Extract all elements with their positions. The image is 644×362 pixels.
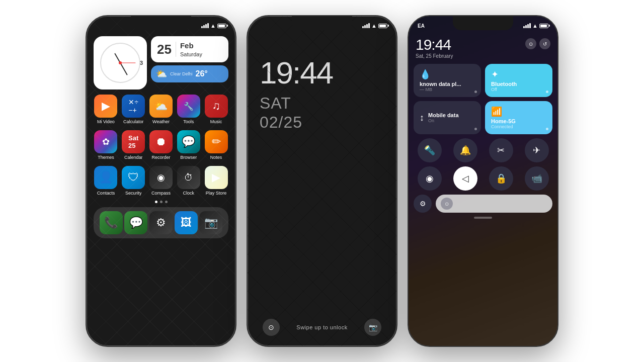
bluetooth-tile-dot (546, 90, 548, 93)
phone-2: ▲ 19:44 SAT 02/25 ⊙ Swipe up to unlock 📷 (247, 15, 397, 347)
cc-timer-icon[interactable]: ⊙ (525, 38, 536, 49)
signal-bars (201, 23, 209, 28)
cc-brightness-slider[interactable]: ⊙ (436, 195, 552, 213)
cc-icon-row-2: ◉ ◁ 🔒 📹 (414, 166, 552, 191)
data-tile-title: known data pl... (420, 81, 475, 87)
cc-refresh-icon[interactable]: ↺ (539, 38, 550, 49)
ea-label: EA (418, 23, 425, 29)
cc-flashlight-btn[interactable]: 🔦 (418, 138, 442, 162)
cc-data-tile[interactable]: 💧 known data pl... — MB (414, 64, 481, 97)
cc-icon-row-1: 🔦 🔔 ✂ ✈ (414, 138, 552, 162)
cc-tiles-row1: 💧 known data pl... — MB ✦ Bluetooth Off (414, 64, 552, 97)
cc-search-icon: ⊙ (441, 198, 453, 210)
bluetooth-tile-icon: ✦ (491, 69, 546, 80)
battery-icon (217, 24, 226, 28)
status-icons-3: ▲ (523, 23, 548, 29)
status-bar-1: ▲ (87, 16, 235, 32)
mobile-tile-title: Mobile data (428, 112, 459, 118)
cc-time: 19:44 (416, 36, 453, 53)
cc-wifi-tile[interactable]: 📶 Home-5G Connected (485, 101, 552, 134)
battery-icon-3 (539, 24, 548, 28)
swipe-text: Swipe up to unlock (296, 324, 347, 330)
cc-tiles-row2: ↕ Mobile data On 📶 Home-5G Connected (414, 101, 552, 134)
wifi-tile-sub: Connected (491, 124, 546, 129)
cc-header: 19:44 Sat, 25 February ⊙ ↺ (414, 32, 552, 60)
bluetooth-tile-title: Bluetooth (491, 81, 546, 87)
status-icons-2: ▲ (362, 23, 387, 29)
bluetooth-tile-sub: Off (491, 87, 546, 92)
clock-face (100, 43, 140, 83)
clock-number: 3 (140, 60, 143, 66)
cc-location-btn[interactable]: ◁ (453, 166, 477, 191)
signal-bars-2 (362, 23, 370, 28)
wifi-tile-dot (546, 128, 548, 130)
control-center-content: 19:44 Sat, 25 February ⊙ ↺ 💧 know (409, 32, 557, 219)
wifi-tile-icon: 📶 (491, 106, 546, 117)
phone-1-screen: ▲ 3 25 Fe (87, 16, 235, 346)
mobile-tile-icon: ↕ (420, 113, 424, 123)
wifi-icon: ▲ (210, 23, 216, 29)
clock-minute-hand (120, 63, 128, 75)
cc-bluetooth-tile[interactable]: ✦ Bluetooth Off (485, 64, 552, 97)
cc-slider-row: ⚙ ⊙ (414, 195, 552, 213)
wifi-icon-3: ▲ (532, 23, 538, 29)
cc-mobile-tile[interactable]: ↕ Mobile data On (414, 101, 481, 134)
phone-2-screen: ▲ 19:44 SAT 02/25 ⊙ Swipe up to unlock 📷 (248, 16, 396, 346)
mobile-tile-sub: On (428, 118, 459, 123)
status-bar-3: EA ▲ (409, 16, 557, 32)
cc-notification-btn[interactable]: 🔔 (453, 138, 477, 162)
wifi-tile-title: Home-5G (491, 118, 546, 124)
wifi-icon-2: ▲ (371, 23, 377, 29)
status-bar-2: ▲ (248, 16, 396, 32)
phone-3-screen: EA ▲ 19:44 Sat, 25 February (409, 16, 557, 346)
cc-bottom-handle (474, 217, 492, 219)
phone-2-bg (248, 16, 396, 346)
clock-widget[interactable]: 3 (94, 36, 147, 89)
battery-icon-2 (378, 24, 387, 28)
cc-screenshot-btn[interactable]: ✂ (489, 138, 513, 162)
cc-date-text: Sat, 25 February (416, 53, 453, 59)
signal-bars-3 (523, 23, 531, 28)
cc-nfc-btn[interactable]: ◉ (418, 166, 442, 191)
mobile-tile-dot (474, 128, 477, 130)
status-icons-1: ▲ (201, 23, 226, 29)
lock-camera-btn[interactable]: 📷 (364, 319, 381, 336)
cc-airplane-btn[interactable]: ✈ (525, 138, 549, 162)
clock-second-hand (120, 63, 135, 63)
cc-video-btn[interactable]: 📹 (525, 166, 549, 191)
cc-autorotate-btn[interactable]: 🔒 (489, 166, 513, 191)
data-tile-sub: — MB (420, 87, 475, 92)
lock-bottom: ⊙ Swipe up to unlock 📷 (248, 319, 396, 336)
clock-center-dot (119, 61, 122, 64)
lock-fingerprint-btn[interactable]: ⊙ (263, 319, 280, 336)
data-tile-icon: 💧 (420, 69, 475, 80)
cc-brightness-icon[interactable]: ⚙ (414, 195, 432, 213)
phone-1: ▲ 3 25 Fe (86, 15, 236, 347)
phone-3: EA ▲ 19:44 Sat, 25 February (408, 15, 558, 347)
cc-date: Sat, 25 February (416, 53, 453, 59)
data-tile-dot (474, 90, 477, 93)
